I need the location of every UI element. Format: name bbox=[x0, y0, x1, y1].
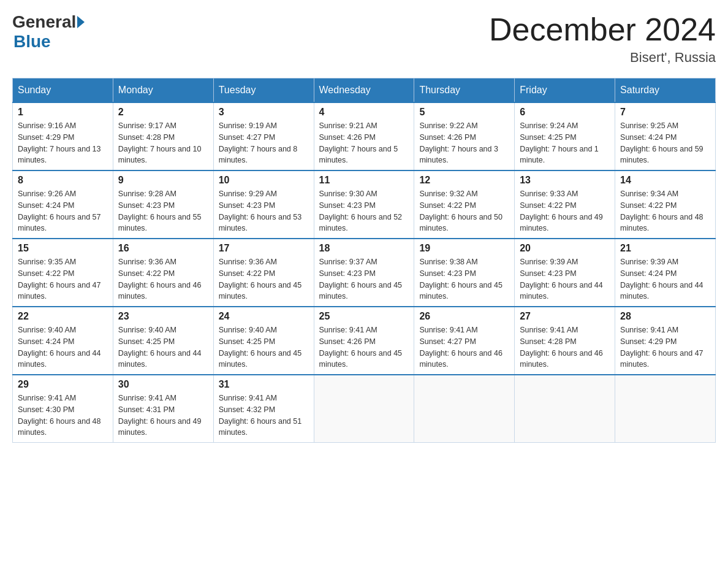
weekday-header-sunday: Sunday bbox=[13, 79, 113, 103]
location: Bisert', Russia bbox=[489, 50, 716, 66]
calendar-day-cell: 6Sunrise: 9:24 AMSunset: 4:25 PMDaylight… bbox=[515, 102, 615, 170]
logo-blue: Blue bbox=[13, 32, 51, 51]
logo-text: General bbox=[12, 12, 86, 32]
day-info: Sunrise: 9:41 AMSunset: 4:30 PMDaylight:… bbox=[18, 393, 108, 439]
day-number: 31 bbox=[219, 379, 309, 390]
day-number: 25 bbox=[319, 311, 409, 322]
calendar-day-cell: 23Sunrise: 9:40 AMSunset: 4:25 PMDayligh… bbox=[113, 307, 213, 375]
weekday-header-row: SundayMondayTuesdayWednesdayThursdayFrid… bbox=[13, 79, 716, 103]
day-number: 8 bbox=[18, 175, 108, 186]
calendar-day-cell bbox=[515, 375, 615, 443]
page-header: General Blue December 2024 Bisert', Russ… bbox=[12, 12, 716, 66]
day-number: 13 bbox=[520, 175, 610, 186]
day-number: 11 bbox=[319, 175, 409, 186]
calendar-day-cell: 29Sunrise: 9:41 AMSunset: 4:30 PMDayligh… bbox=[13, 375, 113, 443]
day-info: Sunrise: 9:33 AMSunset: 4:22 PMDaylight:… bbox=[520, 188, 610, 234]
calendar-day-cell: 31Sunrise: 9:41 AMSunset: 4:32 PMDayligh… bbox=[213, 375, 314, 443]
weekday-header-saturday: Saturday bbox=[615, 79, 716, 103]
day-info: Sunrise: 9:39 AMSunset: 4:23 PMDaylight:… bbox=[520, 256, 610, 302]
weekday-header-wednesday: Wednesday bbox=[314, 79, 414, 103]
day-number: 23 bbox=[118, 311, 208, 322]
day-info: Sunrise: 9:41 AMSunset: 4:32 PMDaylight:… bbox=[219, 393, 309, 439]
day-number: 28 bbox=[620, 311, 710, 322]
calendar-day-cell: 5Sunrise: 9:22 AMSunset: 4:26 PMDaylight… bbox=[414, 102, 515, 170]
logo-general: General bbox=[12, 12, 76, 32]
day-number: 29 bbox=[18, 379, 108, 390]
calendar-day-cell: 24Sunrise: 9:40 AMSunset: 4:25 PMDayligh… bbox=[213, 307, 314, 375]
day-info: Sunrise: 9:41 AMSunset: 4:31 PMDaylight:… bbox=[118, 393, 208, 439]
day-info: Sunrise: 9:24 AMSunset: 4:25 PMDaylight:… bbox=[520, 120, 610, 166]
day-number: 19 bbox=[419, 243, 509, 254]
day-info: Sunrise: 9:37 AMSunset: 4:23 PMDaylight:… bbox=[319, 256, 409, 302]
day-number: 17 bbox=[219, 243, 309, 254]
calendar-week-row: 22Sunrise: 9:40 AMSunset: 4:24 PMDayligh… bbox=[13, 307, 716, 375]
calendar-day-cell: 19Sunrise: 9:38 AMSunset: 4:23 PMDayligh… bbox=[414, 239, 515, 307]
calendar-table: SundayMondayTuesdayWednesdayThursdayFrid… bbox=[12, 78, 716, 443]
day-number: 5 bbox=[419, 107, 509, 118]
day-info: Sunrise: 9:30 AMSunset: 4:23 PMDaylight:… bbox=[319, 188, 409, 234]
day-info: Sunrise: 9:28 AMSunset: 4:23 PMDaylight:… bbox=[118, 188, 208, 234]
calendar-week-row: 8Sunrise: 9:26 AMSunset: 4:24 PMDaylight… bbox=[13, 170, 716, 239]
day-number: 30 bbox=[118, 379, 208, 390]
day-info: Sunrise: 9:41 AMSunset: 4:29 PMDaylight:… bbox=[620, 324, 710, 370]
calendar-day-cell: 30Sunrise: 9:41 AMSunset: 4:31 PMDayligh… bbox=[113, 375, 213, 443]
day-info: Sunrise: 9:32 AMSunset: 4:22 PMDaylight:… bbox=[419, 188, 509, 234]
day-info: Sunrise: 9:34 AMSunset: 4:22 PMDaylight:… bbox=[620, 188, 710, 234]
day-number: 16 bbox=[118, 243, 208, 254]
calendar-week-row: 15Sunrise: 9:35 AMSunset: 4:22 PMDayligh… bbox=[13, 239, 716, 307]
logo-arrow-icon bbox=[77, 16, 85, 28]
calendar-day-cell bbox=[414, 375, 515, 443]
calendar-week-row: 29Sunrise: 9:41 AMSunset: 4:30 PMDayligh… bbox=[13, 375, 716, 443]
day-number: 20 bbox=[520, 243, 610, 254]
calendar-day-cell: 10Sunrise: 9:29 AMSunset: 4:23 PMDayligh… bbox=[213, 170, 314, 239]
weekday-header-friday: Friday bbox=[515, 79, 615, 103]
day-info: Sunrise: 9:36 AMSunset: 4:22 PMDaylight:… bbox=[118, 256, 208, 302]
calendar-day-cell: 11Sunrise: 9:30 AMSunset: 4:23 PMDayligh… bbox=[314, 170, 414, 239]
calendar-day-cell: 21Sunrise: 9:39 AMSunset: 4:24 PMDayligh… bbox=[615, 239, 716, 307]
logo: General Blue bbox=[12, 12, 86, 52]
day-number: 18 bbox=[319, 243, 409, 254]
calendar-day-cell: 9Sunrise: 9:28 AMSunset: 4:23 PMDaylight… bbox=[113, 170, 213, 239]
day-number: 27 bbox=[520, 311, 610, 322]
calendar-day-cell: 18Sunrise: 9:37 AMSunset: 4:23 PMDayligh… bbox=[314, 239, 414, 307]
day-number: 4 bbox=[319, 107, 409, 118]
day-info: Sunrise: 9:41 AMSunset: 4:26 PMDaylight:… bbox=[319, 324, 409, 370]
calendar-day-cell: 26Sunrise: 9:41 AMSunset: 4:27 PMDayligh… bbox=[414, 307, 515, 375]
day-number: 22 bbox=[18, 311, 108, 322]
calendar-day-cell: 14Sunrise: 9:34 AMSunset: 4:22 PMDayligh… bbox=[615, 170, 716, 239]
day-info: Sunrise: 9:17 AMSunset: 4:28 PMDaylight:… bbox=[118, 120, 208, 166]
day-info: Sunrise: 9:39 AMSunset: 4:24 PMDaylight:… bbox=[620, 256, 710, 302]
calendar-week-row: 1Sunrise: 9:16 AMSunset: 4:29 PMDaylight… bbox=[13, 102, 716, 170]
title-section: December 2024 Bisert', Russia bbox=[489, 12, 716, 66]
weekday-header-monday: Monday bbox=[113, 79, 213, 103]
calendar-day-cell: 4Sunrise: 9:21 AMSunset: 4:26 PMDaylight… bbox=[314, 102, 414, 170]
calendar-day-cell: 2Sunrise: 9:17 AMSunset: 4:28 PMDaylight… bbox=[113, 102, 213, 170]
day-info: Sunrise: 9:21 AMSunset: 4:26 PMDaylight:… bbox=[319, 120, 409, 166]
calendar-day-cell: 28Sunrise: 9:41 AMSunset: 4:29 PMDayligh… bbox=[615, 307, 716, 375]
day-info: Sunrise: 9:19 AMSunset: 4:27 PMDaylight:… bbox=[219, 120, 309, 166]
month-title: December 2024 bbox=[489, 12, 716, 47]
day-info: Sunrise: 9:26 AMSunset: 4:24 PMDaylight:… bbox=[18, 188, 108, 234]
calendar-day-cell: 15Sunrise: 9:35 AMSunset: 4:22 PMDayligh… bbox=[13, 239, 113, 307]
calendar-day-cell: 7Sunrise: 9:25 AMSunset: 4:24 PMDaylight… bbox=[615, 102, 716, 170]
day-number: 2 bbox=[118, 107, 208, 118]
day-info: Sunrise: 9:29 AMSunset: 4:23 PMDaylight:… bbox=[219, 188, 309, 234]
day-info: Sunrise: 9:36 AMSunset: 4:22 PMDaylight:… bbox=[219, 256, 309, 302]
day-number: 24 bbox=[219, 311, 309, 322]
day-number: 10 bbox=[219, 175, 309, 186]
day-info: Sunrise: 9:22 AMSunset: 4:26 PMDaylight:… bbox=[419, 120, 509, 166]
calendar-day-cell bbox=[615, 375, 716, 443]
weekday-header-tuesday: Tuesday bbox=[213, 79, 314, 103]
calendar-day-cell: 12Sunrise: 9:32 AMSunset: 4:22 PMDayligh… bbox=[414, 170, 515, 239]
day-number: 12 bbox=[419, 175, 509, 186]
day-number: 26 bbox=[419, 311, 509, 322]
day-number: 7 bbox=[620, 107, 710, 118]
calendar-day-cell: 3Sunrise: 9:19 AMSunset: 4:27 PMDaylight… bbox=[213, 102, 314, 170]
day-info: Sunrise: 9:40 AMSunset: 4:24 PMDaylight:… bbox=[18, 324, 108, 370]
calendar-day-cell: 25Sunrise: 9:41 AMSunset: 4:26 PMDayligh… bbox=[314, 307, 414, 375]
calendar-day-cell bbox=[314, 375, 414, 443]
day-info: Sunrise: 9:40 AMSunset: 4:25 PMDaylight:… bbox=[118, 324, 208, 370]
day-info: Sunrise: 9:25 AMSunset: 4:24 PMDaylight:… bbox=[620, 120, 710, 166]
calendar-day-cell: 22Sunrise: 9:40 AMSunset: 4:24 PMDayligh… bbox=[13, 307, 113, 375]
day-number: 21 bbox=[620, 243, 710, 254]
